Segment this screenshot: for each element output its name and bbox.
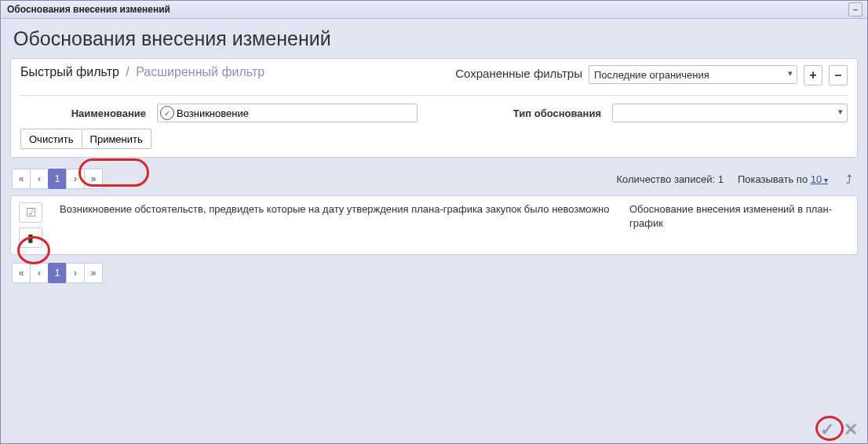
input-valid-icon: ✓ bbox=[160, 106, 174, 120]
page-prev[interactable]: ‹ bbox=[30, 169, 49, 189]
row-type: Обоснование внесения изменений в план-гр… bbox=[629, 202, 849, 230]
page-last[interactable]: » bbox=[84, 169, 103, 189]
pager-top: « ‹ 1 › » bbox=[12, 169, 103, 189]
pager-bottom: « ‹ 1 › » bbox=[12, 263, 103, 283]
pager-bar-bottom: « ‹ 1 › » bbox=[12, 263, 856, 283]
page-next-b[interactable]: › bbox=[66, 263, 85, 283]
pager-bar-top: « ‹ 1 › » Количество записей: 1 Показыва… bbox=[12, 169, 856, 189]
saved-filters-select-wrap: Последние ограничения bbox=[589, 65, 797, 84]
filter-actions: Очистить Применить bbox=[20, 129, 848, 149]
confirm-button[interactable]: ✓ bbox=[817, 420, 837, 440]
type-label: Тип обоснования bbox=[460, 107, 601, 119]
saved-filters-label: Сохраненные фильтры bbox=[455, 67, 582, 82]
document-icon: ▮ bbox=[27, 231, 34, 244]
dialog-window: Обоснования внесения изменений – Обоснов… bbox=[0, 0, 868, 444]
divider bbox=[20, 95, 848, 96]
per-page-link[interactable]: 10 bbox=[811, 173, 828, 185]
saved-filters: Сохраненные фильтры Последние ограничени… bbox=[455, 65, 848, 86]
type-select[interactable] bbox=[612, 104, 848, 122]
per-page: Показывать по 10 bbox=[738, 173, 828, 185]
saved-filters-select[interactable]: Последние ограничения bbox=[589, 65, 797, 84]
name-input-wrap: ✓ bbox=[157, 104, 418, 122]
page-current-b[interactable]: 1 bbox=[48, 263, 67, 283]
page-last-b[interactable]: » bbox=[84, 263, 103, 283]
window-title: Обоснования внесения изменений bbox=[7, 4, 170, 15]
filter-tabs: Быстрый фильтр / Расширенный фильтр bbox=[20, 65, 264, 79]
results-list: ☑ ▮ Возникновение обстоятельств, предвид… bbox=[10, 195, 858, 255]
type-select-wrap bbox=[612, 104, 848, 122]
name-input[interactable] bbox=[157, 104, 418, 122]
name-label: Наименование bbox=[20, 107, 146, 119]
page-current[interactable]: 1 bbox=[48, 169, 67, 189]
tab-separator: / bbox=[126, 65, 129, 78]
pager-right: Количество записей: 1 Показывать по 10 ⤴ bbox=[617, 172, 857, 186]
page-title: Обоснования внесения изменений bbox=[13, 27, 858, 50]
list-item[interactable]: ☑ ▮ Возникновение обстоятельств, предвид… bbox=[11, 196, 857, 254]
remove-filter-button[interactable]: – bbox=[829, 65, 848, 86]
titlebar: Обоснования внесения изменений – bbox=[1, 1, 867, 19]
select-row-button[interactable]: ☑ bbox=[19, 202, 42, 223]
filter-panel: Быстрый фильтр / Расширенный фильтр Сохр… bbox=[10, 58, 858, 158]
row-actions: ☑ ▮ bbox=[19, 202, 50, 248]
check-icon: ☑ bbox=[26, 206, 36, 220]
collapse-icon[interactable]: – bbox=[848, 2, 863, 16]
body: Обоснования внесения изменений Быстрый ф… bbox=[1, 19, 867, 443]
add-filter-button[interactable]: + bbox=[804, 65, 822, 86]
document-button[interactable]: ▮ bbox=[19, 227, 42, 248]
record-count: Количество записей: 1 bbox=[617, 173, 724, 185]
page-prev-b[interactable]: ‹ bbox=[30, 263, 49, 283]
dialog-footer: ✓ ✕ bbox=[817, 420, 861, 440]
tab-quick-filter[interactable]: Быстрый фильтр bbox=[20, 65, 119, 78]
page-first[interactable]: « bbox=[12, 169, 31, 189]
clear-button[interactable]: Очистить bbox=[20, 129, 82, 149]
tab-advanced-filter[interactable]: Расширенный фильтр bbox=[136, 65, 264, 78]
filter-top: Быстрый фильтр / Расширенный фильтр Сохр… bbox=[20, 65, 848, 86]
row-description: Возникновение обстоятельств, предвидеть … bbox=[60, 202, 620, 217]
filter-row: Наименование ✓ Тип обоснования bbox=[20, 104, 848, 122]
page-first-b[interactable]: « bbox=[12, 263, 31, 283]
cancel-button[interactable]: ✕ bbox=[841, 420, 861, 440]
export-icon[interactable]: ⤴ bbox=[842, 172, 856, 186]
page-next[interactable]: › bbox=[66, 169, 85, 189]
apply-button[interactable]: Применить bbox=[82, 129, 151, 149]
